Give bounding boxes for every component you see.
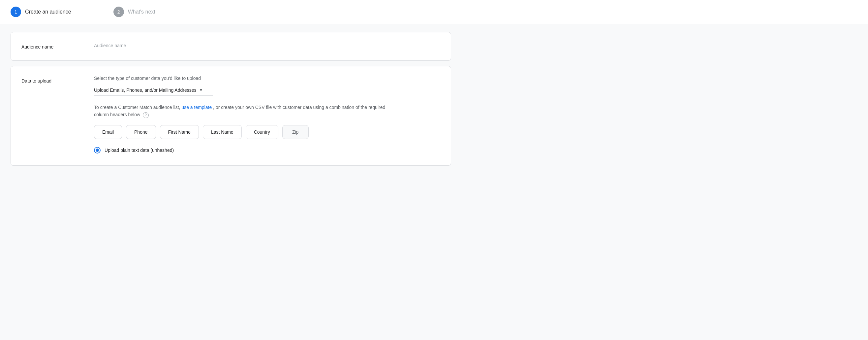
data-to-upload-label: Data to upload	[22, 76, 94, 84]
step-1-circle: 1	[10, 7, 21, 17]
data-type-dropdown[interactable]: Upload Emails, Phones, and/or Mailing Ad…	[94, 86, 213, 96]
data-to-upload-content: Select the type of customer data you'd l…	[94, 76, 440, 156]
upload-plain-text-radio[interactable]: Upload plain text data (unhashed)	[94, 147, 440, 153]
description-part1: To create a Customer Match audience list…	[94, 105, 180, 110]
step-1-number: 1	[14, 9, 17, 15]
column-header-chip: Zip	[282, 125, 309, 139]
column-header-chip: Email	[94, 125, 122, 139]
upload-plain-text-label: Upload plain text data (unhashed)	[104, 147, 174, 153]
radio-button-icon	[94, 147, 101, 153]
step-2-label: What's next	[128, 9, 155, 15]
audience-name-label: Audience name	[22, 41, 94, 50]
data-to-upload-card: Data to upload Select the type of custom…	[10, 66, 451, 166]
column-header-chip: Last Name	[203, 125, 242, 139]
column-header-chip: Country	[246, 125, 278, 139]
description-text: To create a Customer Match audience list…	[94, 104, 391, 118]
step-2-circle: 2	[114, 7, 124, 17]
stepper-header: 1 Create an audience 2 What's next	[0, 0, 868, 24]
audience-name-input[interactable]	[94, 41, 292, 51]
step-1: 1 Create an audience	[10, 7, 71, 17]
help-icon[interactable]: ?	[143, 112, 149, 118]
step-1-label: Create an audience	[25, 9, 71, 15]
column-header-chip: First Name	[160, 125, 199, 139]
data-to-upload-row: Data to upload Select the type of custom…	[11, 66, 451, 165]
audience-name-card: Audience name	[10, 32, 451, 61]
data-type-select-label: Select the type of customer data you'd l…	[94, 76, 440, 81]
step-2-number: 2	[117, 9, 120, 15]
audience-name-content	[94, 41, 440, 51]
radio-button-selected-icon	[96, 148, 99, 152]
dropdown-arrow-icon: ▼	[199, 88, 203, 92]
use-template-link[interactable]: use a template	[181, 105, 212, 110]
audience-name-row: Audience name	[11, 32, 451, 60]
step-2: 2 What's next	[114, 7, 155, 17]
dropdown-selected-value: Upload Emails, Phones, and/or Mailing Ad…	[94, 87, 196, 93]
column-header-chip: Phone	[126, 125, 156, 139]
column-headers-chips: EmailPhoneFirst NameLast NameCountryZip	[94, 125, 440, 139]
main-content: Audience name Data to upload Select the …	[0, 24, 462, 179]
step-connector	[79, 12, 105, 12]
